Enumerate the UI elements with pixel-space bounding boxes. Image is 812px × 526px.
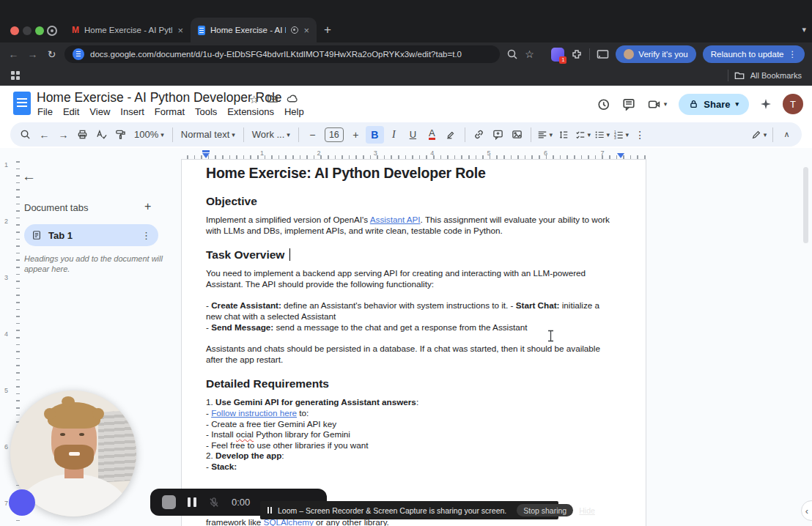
version-history-icon[interactable]: [597, 97, 610, 111]
doc-text: :: [281, 451, 284, 460]
doc-link[interactable]: Follow instruction here: [211, 408, 297, 418]
line-spacing-icon[interactable]: [555, 126, 573, 144]
right-indent-marker[interactable]: [617, 153, 624, 158]
url-text: docs.google.com/document/d/1u-dy-EtDbSFG…: [90, 50, 462, 59]
first-line-indent-marker[interactable]: [202, 150, 210, 152]
highlight-color-icon[interactable]: [442, 126, 460, 144]
move-to-folder-icon[interactable]: [267, 93, 278, 104]
back-icon[interactable]: ←: [7, 48, 20, 60]
zoom-select[interactable]: 100% ▾: [130, 126, 168, 144]
add-comment-icon[interactable]: [489, 126, 507, 144]
minimize-window-button[interactable]: [23, 26, 32, 35]
close-outline-panel-button[interactable]: ←: [22, 168, 36, 185]
comments-icon[interactable]: [622, 97, 635, 111]
doc-block-h2: Task Overview: [206, 247, 616, 262]
menu-format[interactable]: Format: [150, 106, 190, 117]
spelling-check-icon[interactable]: [92, 126, 111, 144]
close-tab-icon[interactable]: ×: [303, 25, 309, 36]
menu-edit[interactable]: Edit: [58, 106, 84, 117]
menu-tools[interactable]: Tools: [190, 106, 222, 117]
relaunch-to-update-button[interactable]: Relaunch to update ⋮: [703, 45, 805, 63]
share-button[interactable]: Share ▾: [679, 94, 749, 115]
increase-font-size-button[interactable]: +: [347, 126, 365, 144]
print-icon[interactable]: [73, 126, 92, 144]
gemini-sparkle-icon[interactable]: [761, 99, 771, 109]
account-avatar[interactable]: T: [783, 94, 803, 114]
maximize-window-button[interactable]: [35, 26, 44, 35]
insert-link-icon[interactable]: [470, 126, 488, 144]
zoom-search-icon[interactable]: [506, 48, 518, 60]
loom-extension-icon[interactable]: 1: [551, 48, 564, 62]
sidebar-item-tab1[interactable]: Tab 1 ⋮: [24, 224, 158, 246]
close-window-button[interactable]: [10, 26, 19, 35]
insert-image-icon[interactable]: [508, 126, 526, 144]
font-select[interactable]: Work ... ▾: [248, 126, 294, 144]
hide-banner-link[interactable]: Hide: [579, 506, 595, 515]
stop-recording-button[interactable]: [162, 495, 176, 509]
add-tab-button[interactable]: +: [144, 200, 151, 213]
extensions-puzzle-icon[interactable]: [571, 48, 583, 60]
search-menus-icon[interactable]: [16, 126, 34, 144]
side-panel-collapse-button[interactable]: ‹: [801, 500, 812, 521]
menu-help[interactable]: Help: [279, 106, 309, 117]
outline-hint-text: Headings you add to the document will ap…: [24, 253, 163, 274]
menu-view[interactable]: View: [84, 106, 115, 117]
address-bar[interactable]: docs.google.com/document/d/1u-dy-EtDbSFG…: [64, 45, 500, 63]
document-title[interactable]: Home Exercise - AI Python Developer Role: [37, 90, 282, 105]
text-caret: [289, 248, 291, 261]
meet-video-call-button[interactable]: ▾: [647, 98, 668, 111]
scrollbar-thumb[interactable]: [803, 167, 808, 243]
toolbar-more-icon[interactable]: ⋮: [631, 126, 649, 144]
menu-file[interactable]: File: [32, 106, 58, 117]
tab-search-icon[interactable]: ▾: [802, 25, 806, 34]
italic-button[interactable]: I: [385, 126, 403, 144]
font-size-input[interactable]: 16: [325, 127, 344, 142]
text-color-button[interactable]: A: [423, 126, 441, 144]
ruler-number: 4: [430, 149, 434, 157]
bulleted-list-select[interactable]: ▾: [593, 126, 611, 144]
underline-button[interactable]: U: [404, 126, 422, 144]
bold-button[interactable]: B: [366, 126, 384, 144]
browser-tab-docs[interactable]: Home Exercise - AI Pytho ×: [191, 18, 317, 42]
browser-tab-gmail[interactable]: M Home Exercise - AI Python D ×: [64, 18, 191, 42]
editing-mode-select[interactable]: ▾: [750, 126, 768, 144]
document-page[interactable]: Home Exercise: AI Python Developer RoleO…: [181, 159, 646, 526]
cast-icon[interactable]: [597, 48, 609, 60]
redo-icon[interactable]: →: [54, 126, 73, 144]
stop-sharing-button[interactable]: Stop sharing: [517, 504, 573, 516]
document-content[interactable]: Home Exercise: AI Python Developer RoleO…: [182, 160, 646, 526]
apps-grid-icon[interactable]: [10, 70, 21, 81]
caret-down-icon[interactable]: ▾: [735, 100, 739, 108]
new-tab-button[interactable]: +: [324, 23, 331, 37]
mic-muted-icon[interactable]: [208, 497, 220, 508]
collapse-toolbar-icon[interactable]: ∧: [778, 126, 796, 144]
undo-icon[interactable]: ←: [35, 126, 53, 144]
tab-options-icon[interactable]: ⋮: [141, 230, 151, 241]
doc-text: :: [416, 397, 418, 407]
doc-link[interactable]: Assistant API: [370, 215, 421, 224]
ruler-number: 6: [4, 443, 8, 451]
bookmark-star-icon[interactable]: ☆: [525, 48, 534, 60]
google-docs-logo[interactable]: [13, 92, 31, 115]
checklist-select[interactable]: ▾: [574, 126, 592, 144]
all-bookmarks-button[interactable]: All Bookmarks: [728, 70, 802, 81]
pause-recording-button[interactable]: [188, 497, 196, 507]
cloud-saved-icon[interactable]: [286, 93, 298, 104]
numbered-list-select[interactable]: 123 ▾: [612, 126, 630, 144]
paragraph-style-select[interactable]: Normal text ▾: [177, 126, 239, 144]
reload-icon[interactable]: ↻: [45, 48, 58, 60]
menu-extensions[interactable]: Extensions: [222, 106, 279, 117]
star-document-icon[interactable]: ☆: [249, 93, 259, 106]
decrease-font-size-button[interactable]: −: [303, 126, 322, 144]
forward-icon[interactable]: →: [26, 48, 39, 60]
menu-insert[interactable]: Insert: [115, 106, 150, 117]
left-indent-marker[interactable]: [202, 153, 210, 158]
ruler-number: 7: [600, 149, 604, 157]
browser-tabs: M Home Exercise - AI Python D × Home Exe…: [64, 18, 317, 42]
browser-menu-icon[interactable]: ⋮: [789, 49, 797, 59]
loom-reaction-blob[interactable]: [9, 489, 35, 516]
close-tab-icon[interactable]: ×: [177, 25, 183, 36]
paint-format-icon[interactable]: [111, 126, 130, 144]
verify-its-you-button[interactable]: Verify it's you: [616, 45, 695, 63]
align-left-select[interactable]: ▾: [536, 126, 554, 144]
